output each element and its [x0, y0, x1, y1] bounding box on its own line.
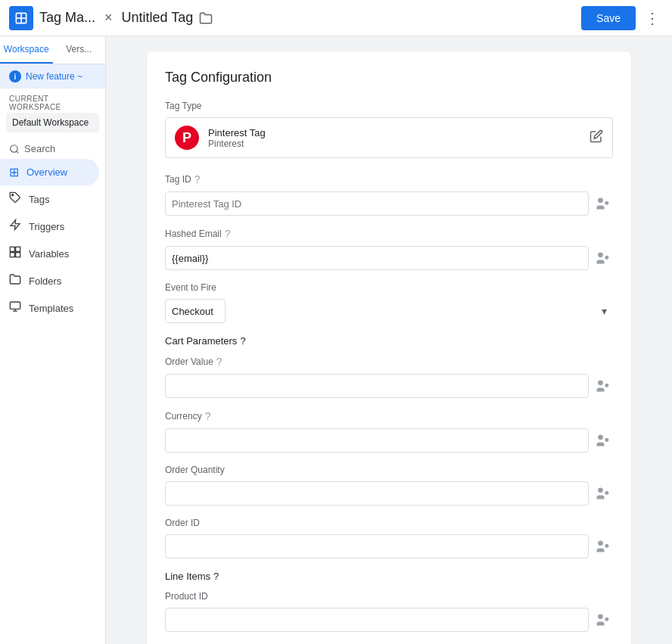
hashed-email-label: Hashed Email ?: [165, 228, 613, 240]
nav-label-folders: Folders: [29, 275, 61, 287]
line-items-help-icon[interactable]: ?: [213, 571, 219, 582]
tab-versions[interactable]: Vers...: [53, 36, 106, 64]
order-id-field-row: [165, 534, 613, 558]
triggers-icon: [9, 219, 21, 234]
tag-id-input[interactable]: [165, 191, 589, 216]
hashed-email-group: Hashed Email ?: [165, 228, 613, 270]
search-bar[interactable]: Search: [0, 138, 105, 159]
product-id-input[interactable]: [165, 608, 589, 632]
tag-id-help-icon[interactable]: ?: [194, 173, 201, 185]
sidebar-item-variables[interactable]: Variables: [0, 240, 99, 267]
close-button[interactable]: ×: [101, 7, 116, 29]
currency-variable-icon[interactable]: [592, 430, 613, 451]
search-label: Search: [24, 143, 55, 154]
event-to-fire-group: Event to Fire Checkout PageVisit AddToCa…: [165, 282, 613, 323]
nav-label-variables: Variables: [29, 248, 69, 260]
cart-params-group: Cart Parameters ? Order Value ?: [165, 335, 613, 644]
event-select-wrapper: Checkout PageVisit AddToCart Purchase Si…: [165, 299, 613, 323]
order-quantity-variable-icon[interactable]: [592, 483, 613, 504]
svg-rect-7: [10, 253, 14, 257]
svg-point-12: [605, 256, 608, 260]
hashed-email-variable-icon[interactable]: [592, 247, 613, 269]
order-quantity-field-row: [165, 481, 613, 506]
save-button[interactable]: Save: [581, 6, 636, 30]
product-id-field-row: [165, 608, 613, 632]
folder-icon[interactable]: [199, 11, 213, 25]
line-items-group: Line Items ? Product ID: [165, 571, 613, 644]
templates-icon: [9, 300, 21, 316]
top-bar: Tag Ma... × Untitled Tag Save ⋮: [0, 0, 672, 36]
currency-help-icon[interactable]: ?: [205, 410, 211, 422]
tag-title: Untitled Tag: [122, 10, 194, 26]
tag-type-sub: Pinterest: [208, 138, 580, 149]
currency-input[interactable]: [165, 428, 589, 453]
sidebar-item-overview[interactable]: ⊞ Overview: [0, 159, 99, 185]
sidebar-item-tags[interactable]: Tags: [0, 185, 99, 213]
app-name: Tag Ma...: [39, 10, 95, 26]
panel-title: Tag Configuration: [165, 70, 613, 86]
order-value-group: Order Value ?: [165, 356, 613, 398]
currency-field-row: [165, 428, 613, 453]
order-id-variable-icon[interactable]: [592, 536, 613, 557]
svg-point-18: [605, 491, 608, 495]
tab-workspace[interactable]: Workspace: [0, 36, 53, 64]
product-id-variable-icon[interactable]: [592, 609, 613, 630]
hashed-email-input[interactable]: [165, 246, 589, 270]
cart-params-heading: Cart Parameters ?: [165, 335, 613, 347]
svg-point-15: [598, 435, 603, 440]
content-area: Tag Configuration Tag Type P Pinterest T…: [106, 36, 672, 644]
tag-type-box[interactable]: P Pinterest Tag Pinterest: [165, 117, 613, 158]
svg-point-16: [605, 438, 608, 442]
order-value-variable-icon[interactable]: [592, 375, 613, 397]
product-id-label: Product ID: [165, 591, 613, 602]
svg-point-13: [598, 381, 603, 386]
pinterest-logo: P: [175, 126, 199, 150]
order-value-field-row: [165, 374, 613, 398]
workspace-name[interactable]: Default Workspace: [6, 113, 99, 132]
sidebar-item-triggers[interactable]: Triggers: [0, 213, 99, 240]
currency-group: Currency ?: [165, 410, 613, 453]
top-bar-left: Tag Ma... × Untitled Tag Save ⋮: [9, 6, 663, 30]
order-value-label: Order Value ?: [165, 356, 613, 368]
order-value-input[interactable]: [165, 374, 589, 398]
svg-point-2: [12, 194, 14, 196]
svg-point-19: [598, 541, 603, 546]
tag-type-name: Pinterest Tag: [208, 127, 580, 138]
edit-icon[interactable]: [590, 129, 603, 147]
sidebar-item-folders[interactable]: Folders: [0, 267, 99, 294]
nav-label-overview: Overview: [26, 166, 67, 178]
tag-type-info: Pinterest Tag Pinterest: [208, 127, 580, 149]
event-to-fire-label: Event to Fire: [165, 282, 613, 293]
svg-point-17: [598, 488, 603, 493]
main-layout: Workspace Vers... i New feature ~ CURREN…: [0, 36, 672, 644]
svg-point-10: [605, 201, 608, 205]
tag-type-group: Tag Type P Pinterest Tag Pinterest: [165, 101, 613, 158]
order-quantity-label: Order Quantity: [165, 465, 613, 475]
order-id-input[interactable]: [165, 534, 589, 558]
tags-icon: [9, 191, 21, 207]
more-options-button[interactable]: ⋮: [642, 6, 663, 30]
nav-label-tags: Tags: [29, 194, 49, 205]
new-feature-bar[interactable]: i New feature ~: [0, 64, 105, 89]
order-value-help-icon[interactable]: ?: [216, 356, 222, 368]
sidebar-item-templates[interactable]: Templates: [0, 294, 99, 322]
search-icon: [9, 144, 20, 154]
svg-point-1: [11, 145, 17, 151]
svg-rect-8: [10, 302, 20, 309]
svg-point-21: [598, 614, 603, 620]
tag-id-group: Tag ID ?: [165, 173, 613, 216]
hashed-email-help-icon[interactable]: ?: [225, 228, 231, 240]
event-to-fire-field-row: Checkout PageVisit AddToCart Purchase Si…: [165, 299, 613, 323]
svg-rect-6: [16, 253, 20, 257]
cart-params-help-icon[interactable]: ?: [240, 335, 245, 347]
tag-id-variable-icon[interactable]: [592, 193, 613, 214]
order-quantity-group: Order Quantity: [165, 465, 613, 506]
gtm-logo: [9, 6, 33, 30]
event-to-fire-select[interactable]: Checkout PageVisit AddToCart Purchase Si…: [165, 299, 226, 323]
svg-rect-5: [16, 247, 20, 251]
order-quantity-input[interactable]: [165, 481, 589, 506]
hashed-email-field-row: [165, 246, 613, 270]
variables-icon: [9, 246, 21, 261]
sidebar: Workspace Vers... i New feature ~ CURREN…: [0, 36, 106, 644]
nav-label-templates: Templates: [29, 303, 73, 314]
